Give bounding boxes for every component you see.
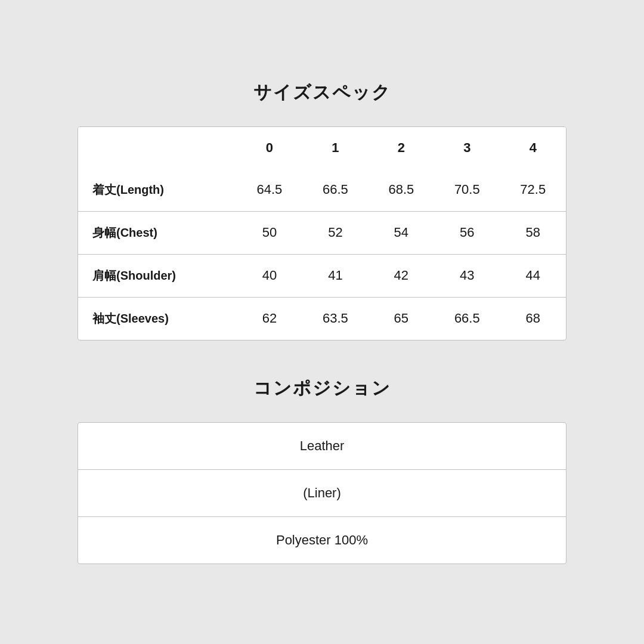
composition-item-liner: (Liner) [78, 469, 566, 516]
table-row: 袖丈(Sleeves) 62 63.5 65 66.5 68 [78, 297, 566, 340]
row-sleeves-3: 66.5 [434, 297, 500, 340]
row-shoulder-4: 44 [500, 254, 566, 297]
size-table-header-row: 0 1 2 3 4 [78, 127, 566, 169]
composition-table: Leather (Liner) Polyester 100% [78, 423, 566, 564]
size-section-title: サイズスペック [78, 80, 566, 105]
row-sleeves-4: 68 [500, 297, 566, 340]
row-label-chest: 身幅(Chest) [78, 211, 237, 254]
row-chest-4: 58 [500, 211, 566, 254]
table-row: 肩幅(Shoulder) 40 41 42 43 44 [78, 254, 566, 297]
size-table-header-empty [78, 127, 237, 169]
row-shoulder-1: 41 [302, 254, 368, 297]
size-table-header-0: 0 [237, 127, 302, 169]
row-length-1: 66.5 [302, 169, 368, 212]
row-length-3: 70.5 [434, 169, 500, 212]
list-item: Leather [78, 423, 566, 470]
row-chest-3: 56 [434, 211, 500, 254]
row-label-length: 着丈(Length) [78, 169, 237, 212]
size-table-header-4: 4 [500, 127, 566, 169]
row-chest-1: 52 [302, 211, 368, 254]
list-item: (Liner) [78, 469, 566, 516]
size-table-header-1: 1 [302, 127, 368, 169]
size-section: サイズスペック 0 1 2 3 4 着丈(Length) 6 [78, 80, 566, 340]
row-sleeves-0: 62 [237, 297, 302, 340]
row-chest-2: 54 [369, 211, 434, 254]
row-length-0: 64.5 [237, 169, 302, 212]
table-row: 着丈(Length) 64.5 66.5 68.5 70.5 72.5 [78, 169, 566, 212]
composition-item-polyester: Polyester 100% [78, 516, 566, 564]
composition-item-leather: Leather [78, 423, 566, 470]
row-sleeves-2: 65 [369, 297, 434, 340]
row-chest-0: 50 [237, 211, 302, 254]
table-row: 身幅(Chest) 50 52 54 56 58 [78, 211, 566, 254]
row-label-sleeves: 袖丈(Sleeves) [78, 297, 237, 340]
row-sleeves-1: 63.5 [302, 297, 368, 340]
composition-table-wrapper: Leather (Liner) Polyester 100% [78, 422, 566, 564]
row-shoulder-3: 43 [434, 254, 500, 297]
row-length-4: 72.5 [500, 169, 566, 212]
size-table-header-2: 2 [369, 127, 434, 169]
size-table-header-3: 3 [434, 127, 500, 169]
composition-section: コンポジション Leather (Liner) Polyester 100% [78, 376, 566, 564]
page-container: サイズスペック 0 1 2 3 4 着丈(Length) 6 [54, 45, 590, 600]
size-table-wrapper: 0 1 2 3 4 着丈(Length) 64.5 66.5 68.5 70.5 [78, 126, 566, 340]
row-shoulder-2: 42 [369, 254, 434, 297]
list-item: Polyester 100% [78, 516, 566, 564]
size-table: 0 1 2 3 4 着丈(Length) 64.5 66.5 68.5 70.5 [78, 127, 566, 340]
row-length-2: 68.5 [369, 169, 434, 212]
row-label-shoulder: 肩幅(Shoulder) [78, 254, 237, 297]
row-shoulder-0: 40 [237, 254, 302, 297]
composition-section-title: コンポジション [78, 376, 566, 401]
